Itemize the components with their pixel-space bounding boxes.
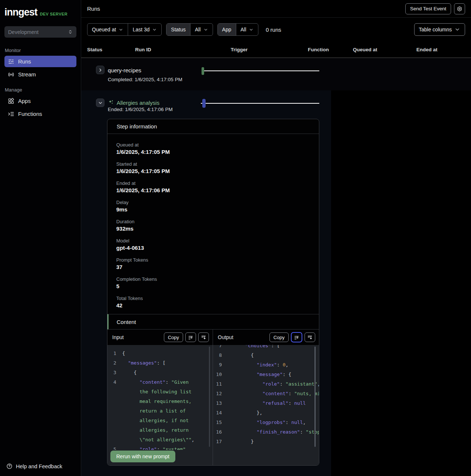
run-status-line: Completed: 1/6/2025, 4:17:05 PM [108,77,182,82]
io-toolbar-row: Input Copy Output Copy [107,330,319,345]
sidebar-item-label: Runs [18,58,31,65]
chevron-down-icon [203,27,208,32]
field-value: gpt-4-0613 [116,245,310,251]
sidebar-item-runs[interactable]: Runs [4,56,76,67]
field-label: Queued at [116,142,310,148]
sidebar-section-manage: Manage [5,87,81,93]
status-value: All [195,27,201,32]
output-scrollbar[interactable] [314,346,316,447]
environment-select-value: Development [8,29,39,35]
code-line: 13 "refusal": null [213,399,319,408]
status-filter-dropdown[interactable]: All [190,24,213,35]
content-header: Content [107,314,319,330]
step-field: Duration932ms [116,219,310,238]
field-value: 932ms [116,225,310,232]
app-filter-label: App [218,24,236,35]
help-and-feedback[interactable]: Help and Feedback [0,463,81,476]
line-number: 16 [213,427,222,437]
field-label: Prompt Tokens [116,257,310,263]
step-field: Ended at1/6/2025, 4:17:06 PM [116,180,310,200]
main-area: Runs Send Test Event Queued at Last 3d S… [81,0,471,476]
timeline-step-marker-active[interactable] [202,99,206,108]
sidebar-item-apps[interactable]: Apps [4,95,76,107]
chevron-updown-icon [68,30,73,34]
code-line: 3 { [107,368,213,377]
functions-icon [8,111,14,117]
step-name[interactable]: Allergies analysis [117,100,159,106]
step-information-body: Queued at1/6/2025, 4:17:05 PMStarted at1… [107,134,319,314]
chevron-down-icon [118,27,123,32]
output-toolbar: Output Copy [213,330,319,345]
app-filter-dropdown[interactable]: All [236,24,258,35]
line-number [107,387,116,397]
code-line: 17 } [213,437,319,446]
input-code-panel: 1{2 "messages": [3 {4 "content": "Given … [107,345,213,466]
table-columns-button[interactable]: Table columns [414,23,465,36]
line-number: 9 [213,360,222,370]
code-line: 4 "content": "Given [107,377,213,387]
line-number: 10 [213,370,222,379]
input-label: Input [112,334,124,340]
field-label: Total Tokens [116,296,310,301]
inngest-logo: inngest [4,7,37,18]
chevron-down-icon [454,27,460,32]
scroll-to-bottom-button[interactable] [198,332,209,342]
code-line: 15 "logprobs": null, [213,418,319,427]
step-field: Completion Tokens5 [116,276,310,296]
sidebar-item-functions[interactable]: Functions [4,108,76,120]
wrap-text-icon [188,335,193,340]
code-line: 8 { [213,351,319,360]
code-line: 16 "finish_reason": "stop" [213,427,319,437]
sidebar-item-stream[interactable]: Stream [4,69,76,80]
code-line: 14 }, [213,408,319,418]
scroll-to-bottom-button[interactable] [305,332,315,342]
help-icon [6,463,13,469]
field-label: Duration [116,219,310,224]
time-filter-group: Queued at Last 3d [87,23,162,36]
chevron-right-icon [98,68,103,73]
app-label: App [222,27,231,32]
code-line: 2 "messages": [ [107,358,213,368]
input-scrollbar[interactable] [209,346,210,447]
time-range-dropdown[interactable]: Last 3d [128,24,161,35]
code-line: 1{ [107,349,213,358]
wrap-text-button[interactable] [185,332,196,342]
line-number: 8 [213,351,222,360]
send-test-event-button[interactable]: Send Test Event [405,3,451,14]
column-header-queued-at: Queued at [353,47,377,52]
stream-icon [8,71,14,78]
page-title: Runs [87,6,100,12]
code-line: 10 "message": { [213,370,319,379]
line-number [107,435,116,445]
table-columns-label: Table columns [419,27,452,32]
time-field-dropdown[interactable]: Queued at [87,24,128,35]
field-label: Model [116,238,310,244]
line-number [107,425,116,435]
help-label: Help and Feedback [16,463,62,469]
code-line: return a list of [107,406,213,416]
timeline-step-marker[interactable] [202,67,204,75]
expand-row-button[interactable] [96,66,104,74]
column-header-ended-at: Ended at [416,47,437,52]
code-line: 9 "index": 0, [213,360,319,370]
line-number [107,416,116,425]
wrap-text-button-active[interactable] [291,332,302,342]
column-header-status: Status [87,47,102,52]
expanded-run-section: Allergies analysis Ended: 1/6/2025, 4:17… [81,90,331,476]
line-number: 1 [107,349,116,358]
settings-button[interactable] [454,3,465,14]
step-field: Modelgpt-4-0613 [116,238,310,257]
rerun-with-new-prompt-button[interactable]: Rerun with new prompt [110,451,175,462]
logo-row: inngest DEV SERVER [0,0,81,23]
app-filter-group: App All [217,23,258,36]
step-field: Started at1/6/2025, 4:17:05 PM [116,161,310,180]
environment-select[interactable]: Development [4,26,76,38]
copy-input-button[interactable]: Copy [164,332,183,342]
field-label: Ended at [116,180,310,186]
chevron-down-icon [152,27,157,32]
collapse-row-button[interactable] [96,99,104,107]
code-line: 12 "content": "nuts, milk", [213,389,319,399]
code-line: meal requirements, [107,397,213,406]
copy-output-button[interactable]: Copy [269,332,289,342]
run-name[interactable]: query-recipes [108,67,141,73]
